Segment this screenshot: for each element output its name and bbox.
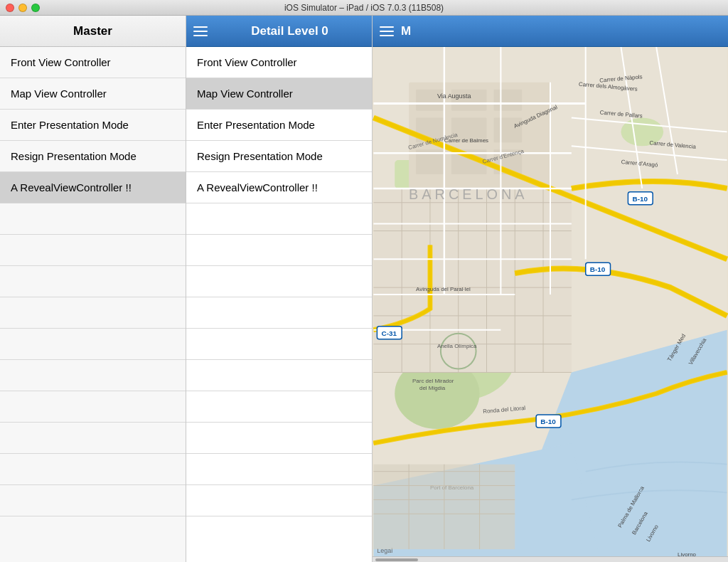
master-item-resign-presentation[interactable]: Resign Presentation Mode [0, 141, 186, 172]
master-empty-4 [0, 297, 186, 329]
detail-item-enter-presentation-label: Enter Presentation Mode [197, 119, 315, 131]
master-empty-1 [0, 203, 186, 235]
hamburger-line-3 [193, 35, 208, 36]
svg-text:Avinguda del Paral·lel: Avinguda del Paral·lel [416, 286, 471, 292]
master-item-reveal-label: A RevealViewController !! [11, 181, 132, 193]
detail-item-resign-presentation[interactable]: Resign Presentation Mode [186, 141, 372, 172]
master-empty-10 [0, 485, 186, 516]
master-empty-2 [0, 235, 186, 266]
master-header: Master [0, 16, 186, 47]
simulator: Master Front View Controller Map View Co… [0, 16, 728, 562]
detail-empty-8 [186, 423, 372, 454]
detail-panel: Detail Level 0 Front View Controller Map… [186, 16, 373, 562]
maximize-button[interactable] [31, 4, 40, 12]
detail-empty-10 [186, 485, 372, 516]
detail-empty-2 [186, 235, 372, 266]
detail-item-front-view[interactable]: Front View Controller [186, 47, 372, 78]
svg-text:B-10: B-10 [590, 265, 606, 273]
window-controls [6, 4, 40, 12]
detail-empty-4 [186, 297, 372, 329]
scroll-thumb[interactable] [375, 558, 418, 561]
minimize-button[interactable] [18, 4, 27, 12]
detail-item-resign-presentation-label: Resign Presentation Mode [197, 150, 323, 162]
master-item-front-view-label: Front View Controller [11, 56, 111, 68]
master-item-reveal[interactable]: A RevealViewController !! [0, 172, 186, 203]
map-hamburger-icon[interactable] [380, 26, 394, 36]
detail-hamburger-icon[interactable] [193, 26, 208, 36]
map-svg: B-10 B-10 B-10 C-31 Via Augusta Carrer d… [373, 47, 728, 556]
panels: Master Front View Controller Map View Co… [0, 16, 728, 562]
svg-text:del Migdia: del Migdia [419, 385, 446, 391]
window-title: iOS Simulator – iPad / iOS 7.0.3 (11B508… [284, 3, 444, 13]
map-hamburger-line-1 [380, 26, 394, 28]
master-item-enter-presentation[interactable]: Enter Presentation Mode [0, 110, 186, 141]
detail-title: Detail Level 0 [215, 24, 365, 38]
master-item-enter-presentation-label: Enter Presentation Mode [11, 119, 129, 131]
svg-text:C-31: C-31 [381, 329, 397, 337]
master-panel: Master Front View Controller Map View Co… [0, 16, 186, 562]
map-hamburger-line-2 [380, 31, 394, 32]
detail-empty-6 [186, 360, 372, 391]
detail-empty-9 [186, 454, 372, 485]
detail-item-map-view[interactable]: Map View Controller [186, 78, 372, 110]
detail-empty-3 [186, 266, 372, 297]
master-empty-3 [0, 266, 186, 297]
master-title: Master [73, 24, 112, 38]
detail-empty-1 [186, 203, 372, 235]
map-header: M [373, 16, 728, 47]
hamburger-line-2 [193, 31, 208, 32]
svg-text:Via Augusta: Via Augusta [437, 92, 471, 100]
svg-text:Livorno: Livorno [678, 551, 697, 556]
master-empty-8 [0, 423, 186, 454]
map-hamburger-line-3 [380, 35, 394, 36]
master-empty-5 [0, 329, 186, 360]
master-item-map-view-label: Map View Controller [11, 88, 107, 100]
detail-item-map-view-label: Map View Controller [197, 88, 293, 100]
master-empty-9 [0, 454, 186, 485]
svg-text:Anella Olímpica: Anella Olímpica [437, 343, 477, 349]
scroll-bar[interactable] [373, 556, 728, 562]
svg-rect-11 [493, 90, 522, 111]
map-panel: M [373, 16, 728, 562]
master-item-map-view[interactable]: Map View Controller [0, 78, 186, 110]
master-empty-6 [0, 360, 186, 391]
svg-text:B-10: B-10 [540, 418, 556, 425]
detail-header: Detail Level 0 [186, 16, 372, 47]
title-bar: iOS Simulator – iPad / iOS 7.0.3 (11B508… [0, 0, 728, 16]
svg-text:Parc del Mirador: Parc del Mirador [412, 378, 454, 384]
close-button[interactable] [6, 4, 14, 12]
detail-item-enter-presentation[interactable]: Enter Presentation Mode [186, 110, 372, 141]
detail-item-reveal-label: A RevealViewController !! [197, 181, 318, 193]
master-item-front-view[interactable]: Front View Controller [0, 47, 186, 78]
detail-item-front-view-label: Front View Controller [197, 56, 297, 68]
hamburger-line-1 [193, 26, 208, 28]
svg-text:B-10: B-10 [633, 195, 648, 203]
detail-item-reveal[interactable]: A RevealViewController !! [186, 172, 372, 203]
svg-text:BARCELONA: BARCELONA [409, 186, 528, 202]
map-title: M [401, 24, 411, 38]
master-empty-7 [0, 391, 186, 423]
master-item-resign-presentation-label: Resign Presentation Mode [11, 150, 136, 162]
map-content[interactable]: B-10 B-10 B-10 C-31 Via Augusta Carrer d… [373, 47, 728, 556]
detail-empty-5 [186, 329, 372, 360]
detail-empty-7 [186, 391, 372, 423]
